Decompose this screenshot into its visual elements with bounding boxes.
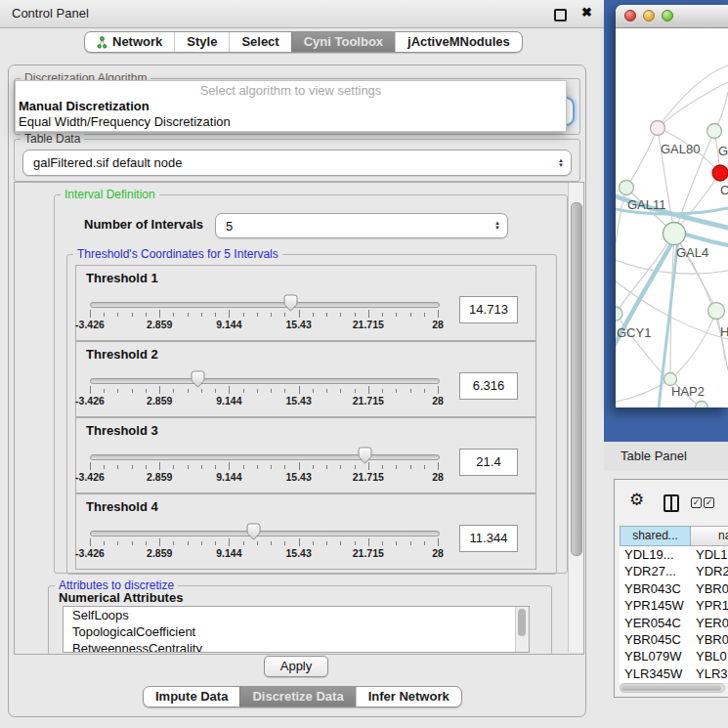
table-row[interactable]: YDL19...YDL1 [620,546,728,563]
network-edge[interactable] [663,82,728,124]
network-edge[interactable] [626,128,658,188]
threshold-label: Threshold 2 [86,347,158,362]
slider-track[interactable] [90,454,440,460]
cell-shared-name[interactable]: YDR27... [620,563,691,579]
tick-mark [340,465,341,469]
slider-track[interactable] [90,531,440,536]
dropdown-option-manual-discretization[interactable]: Manual Discretization [16,99,566,114]
table-horizontal-scrollbar-thumb[interactable] [621,685,721,691]
close-icon[interactable]: ✖ [581,5,592,20]
slider-ticks [90,462,438,470]
list-scrollbar-thumb[interactable] [518,609,526,636]
column-header-shared-name[interactable]: shared... [620,526,691,546]
tab-jactivemnodules[interactable]: jActiveMNodules [395,32,522,52]
dropdown-option-equal-width-frequency-discretization[interactable]: Equal Width/Frequency Discretization [16,114,566,130]
table-data-combobox[interactable]: galFiltered.sif default node ▲▼ [22,150,572,176]
tick-mark [173,465,174,469]
numerical-attributes-list[interactable]: SelfLoopsTopologicalCoefficientBetweenne… [63,606,530,653]
tick-mark [355,465,356,469]
cell-name[interactable]: YBR0 [691,580,728,597]
tick-label: -3.426 [75,395,105,407]
slider-track[interactable] [90,378,440,384]
gcy1-node[interactable] [616,307,622,321]
checkbox-icon[interactable]: ✓ [704,497,714,508]
tick-mark [104,465,105,469]
tab-impute-data[interactable]: Impute Data [144,687,239,707]
tick-label: 21.715 [353,395,384,407]
tick-label: -3.426 [75,319,105,330]
control-panel-title: Control Panel [12,0,89,27]
threshold-value-field[interactable]: 21.4 [459,449,518,476]
gal11-node[interactable] [620,181,634,195]
selected-red-node[interactable] [712,165,728,181]
node-right[interactable] [708,303,725,320]
cell-name[interactable]: YER0 [691,615,728,631]
table-row[interactable]: YBL079WYBL0 [620,648,728,664]
attribute-item-topologicalcoefficient[interactable]: TopologicalCoefficient [64,623,529,640]
tab-network[interactable]: Network [85,32,174,52]
table-data-value: galFiltered.sif default node [33,150,182,175]
tick-mark [173,389,174,393]
list-scrollbar[interactable] [515,607,529,652]
cell-name[interactable]: YBR0 [691,631,728,648]
tick-mark [243,465,244,469]
attribute-item-betweennesscentrality[interactable]: BetweennessCentrality [64,640,529,653]
apply-button[interactable]: Apply [264,656,328,677]
cell-shared-name[interactable]: YDL19... [620,546,691,563]
cell-shared-name[interactable]: YPR145W [620,597,691,614]
table-row[interactable]: YBR045CYBR0 [620,631,728,648]
network-canvas[interactable]: GAL80GACGAL11GAL4GCY1HHAP2 [616,28,728,407]
cell-shared-name[interactable]: YLR345W [620,665,691,682]
checkbox-icon[interactable]: ✓ [691,497,702,508]
cell-name[interactable]: YPR1 [691,597,728,614]
table-row[interactable]: YBR043CYBR0 [620,580,728,597]
zoom-traffic-light-icon[interactable] [662,10,673,21]
node-bottom[interactable] [696,402,708,408]
network-edge[interactable] [616,258,728,274]
settings-scrollbar-thumb[interactable] [571,202,582,556]
float-window-icon[interactable] [554,9,567,21]
network-window-titlebar[interactable] [616,5,728,28]
tick-mark [146,389,147,393]
table-columns-icon[interactable] [664,494,679,512]
cell-name[interactable]: YDR2 [691,563,728,579]
cell-shared-name[interactable]: YBL079W [620,648,691,664]
tab-style[interactable]: Style [174,32,229,52]
table-row[interactable]: YLR345WYLR3 [620,665,728,682]
tab-discretize-data[interactable]: Discretize Data [239,687,355,707]
gal80-node[interactable] [651,121,665,136]
number-of-intervals-combobox[interactable]: 5 ▲▼ [215,213,508,238]
close-traffic-light-icon[interactable] [624,10,636,21]
network-edge[interactable] [616,314,666,377]
interval-definition-group: Interval Definition Number of Intervals … [54,194,568,574]
tick-mark [382,389,383,393]
gal4-node[interactable] [664,223,686,245]
threshold-value-field[interactable]: 6.316 [459,372,518,400]
cell-shared-name[interactable]: YBR045C [620,631,691,648]
gear-icon[interactable]: ⚙ [629,492,644,508]
table-horizontal-scrollbar[interactable] [620,683,725,693]
attribute-item-selfloops[interactable]: SelfLoops [64,607,529,623]
cell-shared-name[interactable]: YER054C [620,615,691,631]
cell-name[interactable]: YBL0 [691,648,728,664]
table-row[interactable]: YER054CYER0 [620,615,728,631]
column-header-name[interactable]: na [691,526,728,546]
table-row[interactable]: YDR27...YDR2 [620,563,728,579]
threshold-value-field[interactable]: 14.713 [459,296,518,323]
slider-track[interactable] [90,302,440,308]
cell-name[interactable]: YLR3 [691,665,728,682]
settings-scrollbar[interactable] [568,183,583,652]
threshold-value-field[interactable]: 11.344 [459,525,518,552]
minimize-traffic-light-icon[interactable] [643,10,655,21]
node-top-right[interactable] [707,124,722,139]
cell-name[interactable]: YDL1 [691,546,728,563]
network-edge[interactable] [674,311,716,376]
node-table: shared... na YDL19...YDL1YDR27...YDR2YBR… [620,526,728,683]
tab-cyni-toolbox[interactable]: Cyni Toolbox [291,32,395,52]
tab-infer-network[interactable]: Infer Network [356,687,461,707]
table-row[interactable]: YPR145WYPR1 [620,597,728,614]
tab-select[interactable]: Select [229,32,290,52]
cell-shared-name[interactable]: YBR043C [620,580,691,597]
tick-mark [215,389,216,393]
tick-mark [410,389,411,393]
